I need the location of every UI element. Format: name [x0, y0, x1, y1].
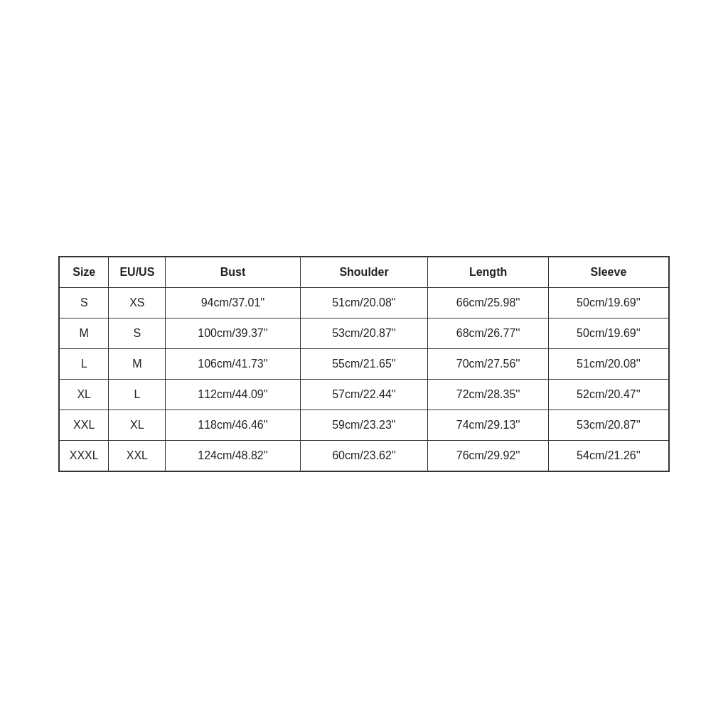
cell-shoulder: 59cm/23.23''	[300, 410, 428, 441]
cell-bust: 124cm/48.82''	[166, 441, 301, 472]
cell-size: M	[59, 318, 109, 349]
cell-size: XXXL	[59, 441, 109, 472]
cell-length: 66cm/25.98''	[428, 288, 549, 318]
header-euus: EU/US	[109, 257, 166, 288]
cell-sleeve: 53cm/20.87''	[548, 410, 669, 441]
header-shoulder: Shoulder	[300, 257, 428, 288]
cell-shoulder: 51cm/20.08''	[300, 288, 428, 318]
cell-length: 72cm/28.35''	[428, 380, 549, 410]
cell-bust: 118cm/46.46''	[166, 410, 301, 441]
size-chart-container: Size EU/US Bust Shoulder Length Sleeve S…	[58, 256, 670, 472]
header-bust: Bust	[166, 257, 301, 288]
cell-euus: XS	[109, 288, 166, 318]
cell-size: XXL	[59, 410, 109, 441]
cell-length: 68cm/26.77''	[428, 318, 549, 349]
cell-bust: 94cm/37.01''	[166, 288, 301, 318]
cell-sleeve: 54cm/21.26''	[548, 441, 669, 472]
cell-shoulder: 57cm/22.44''	[300, 380, 428, 410]
cell-euus: XXL	[109, 441, 166, 472]
cell-euus: S	[109, 318, 166, 349]
cell-shoulder: 53cm/20.87''	[300, 318, 428, 349]
cell-bust: 100cm/39.37''	[166, 318, 301, 349]
header-size: Size	[59, 257, 109, 288]
cell-length: 70cm/27.56''	[428, 349, 549, 380]
cell-euus: XL	[109, 410, 166, 441]
cell-euus: M	[109, 349, 166, 380]
cell-euus: L	[109, 380, 166, 410]
cell-size: S	[59, 288, 109, 318]
table-row: SXS94cm/37.01''51cm/20.08''66cm/25.98''5…	[59, 288, 669, 318]
table-row: MS100cm/39.37''53cm/20.87''68cm/26.77''5…	[59, 318, 669, 349]
cell-size: XL	[59, 380, 109, 410]
cell-sleeve: 51cm/20.08''	[548, 349, 669, 380]
cell-shoulder: 55cm/21.65''	[300, 349, 428, 380]
table-row: XXXLXXL124cm/48.82''60cm/23.62''76cm/29.…	[59, 441, 669, 472]
header-length: Length	[428, 257, 549, 288]
cell-bust: 106cm/41.73''	[166, 349, 301, 380]
cell-sleeve: 50cm/19.69''	[548, 288, 669, 318]
cell-size: L	[59, 349, 109, 380]
size-chart-table: Size EU/US Bust Shoulder Length Sleeve S…	[58, 256, 670, 472]
table-row: XXLXL118cm/46.46''59cm/23.23''74cm/29.13…	[59, 410, 669, 441]
cell-bust: 112cm/44.09''	[166, 380, 301, 410]
table-row: XLL112cm/44.09''57cm/22.44''72cm/28.35''…	[59, 380, 669, 410]
cell-sleeve: 52cm/20.47''	[548, 380, 669, 410]
cell-length: 74cm/29.13''	[428, 410, 549, 441]
cell-shoulder: 60cm/23.62''	[300, 441, 428, 472]
table-row: LM106cm/41.73''55cm/21.65''70cm/27.56''5…	[59, 349, 669, 380]
header-sleeve: Sleeve	[548, 257, 669, 288]
header-row: Size EU/US Bust Shoulder Length Sleeve	[59, 257, 669, 288]
cell-length: 76cm/29.92''	[428, 441, 549, 472]
cell-sleeve: 50cm/19.69''	[548, 318, 669, 349]
